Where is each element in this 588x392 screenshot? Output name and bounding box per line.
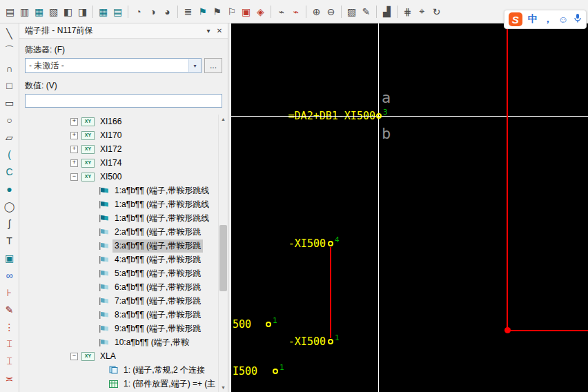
emoji-icon[interactable]: ☺	[558, 14, 568, 25]
chart-icon[interactable]: ▟	[380, 4, 394, 19]
clock-icon-1[interactable]: ◔	[131, 4, 146, 19]
expander-icon[interactable]: −	[70, 173, 78, 181]
schematic-canvas[interactable]: =DA2+DB1-XI500 a b -XI500 500 -XI500 I50…	[231, 23, 588, 392]
chinese-mode-icon[interactable]: 中	[528, 13, 538, 26]
device-navigator-icon[interactable]: ▦	[96, 4, 110, 19]
rotate-icon[interactable]: ↻	[429, 4, 444, 19]
remove-connection-point-icon[interactable]: ⊖	[324, 4, 338, 19]
freehand-icon[interactable]: ✎	[359, 4, 373, 19]
device-tag-label[interactable]: -XI500	[288, 237, 326, 250]
arc-3point-tool-icon[interactable]: ∩	[1, 59, 19, 77]
tree-item-xi166[interactable]: + XY XI166	[19, 115, 219, 128]
clock-icon-2[interactable]: ◑	[146, 4, 160, 19]
target-icon[interactable]: ⌖	[415, 4, 429, 19]
tree-item-terminal[interactable]: 6:a¶b¶¶ (端子,带鞍形跳	[19, 280, 219, 294]
page-navigator-icon[interactable]: ▦	[32, 4, 46, 19]
tree-item-terminal[interactable]: 5:a¶b¶¶ (端子,带鞍形跳	[19, 266, 219, 280]
macro-box-icon[interactable]: ◈	[253, 4, 268, 19]
terminal-node[interactable]	[273, 369, 278, 374]
layer-management-icon[interactable]: ▧	[46, 4, 61, 19]
tree-item-xla[interactable]: − XY XLA	[19, 349, 219, 363]
tree-item-terminal[interactable]: 1:a¶b¶¶ (端子,带鞍形跳线	[19, 184, 219, 197]
tree-item-terminal-selected[interactable]: 3:a¶b¶¶ (端子,带鞍形跳	[19, 239, 219, 253]
tree-item-xi174[interactable]: + XY XI174	[19, 156, 219, 170]
terminal-node[interactable]	[328, 241, 333, 246]
tree-item-terminal[interactable]: 2:a¶b¶¶ (端子,带鞍形跳	[19, 225, 219, 239]
wire-vertical-right[interactable]	[507, 23, 508, 331]
tree-item-terminal[interactable]: 7:a¶b¶¶ (端子,带鞍形跳	[19, 294, 219, 308]
pen-tool-icon[interactable]: ✎	[1, 301, 19, 318]
circle-tool-icon[interactable]: ○	[1, 111, 19, 128]
align-icon[interactable]: ⋕	[400, 4, 415, 19]
panel-close-button[interactable]: ✕	[214, 26, 225, 37]
text-tool-icon[interactable]: T	[1, 232, 19, 249]
expander-icon[interactable]: +	[70, 118, 78, 126]
tree-item-terminal[interactable]: 1:a¶b¶¶ (端子,带鞍形跳线	[19, 211, 219, 225]
new-page-icon[interactable]: ▤	[3, 4, 17, 19]
tree-item-xi170[interactable]: + XY XI170	[19, 128, 219, 142]
wire-vertical-left[interactable]	[330, 247, 331, 338]
scrollbar-thumb[interactable]	[219, 225, 227, 291]
tree-scrollbar[interactable]: ▲ ▼	[218, 115, 228, 392]
tree-item-part-placement[interactable]: 1: (部件放置,端子) =+ (主	[19, 377, 219, 391]
panel-menu-button[interactable]: ▾	[203, 26, 214, 37]
terminal-node[interactable]	[266, 322, 271, 327]
page-properties-icon[interactable]: ▥	[17, 4, 32, 19]
insert-terminal-icon[interactable]: ⚑	[195, 4, 210, 19]
chevron-down-icon[interactable]: ▾	[188, 59, 201, 72]
curve-tool-icon[interactable]: C	[1, 163, 19, 180]
scroll-up-icon[interactable]: ▲	[219, 115, 228, 124]
sector-tool-icon[interactable]: ●	[1, 180, 19, 197]
arc-segment-tool-icon[interactable]: (	[1, 146, 19, 163]
hatch-icon[interactable]: ▨	[344, 4, 359, 19]
filter-combobox[interactable]: - 未激活 - ▾	[25, 58, 202, 73]
clock-icon-3[interactable]: ◕	[160, 4, 175, 19]
tree-item-terminal[interactable]: 1:a¶b¶¶ (端子,带鞍形跳线	[19, 197, 219, 211]
ellipse-tool-icon[interactable]: ◯	[1, 197, 19, 215]
insert-connection-point-icon[interactable]: ⊕	[309, 4, 324, 19]
value-input[interactable]	[25, 94, 222, 108]
device-tag-label[interactable]: -XI500	[288, 335, 326, 348]
port-label-b[interactable]: b	[382, 126, 391, 142]
terminal-strip-tool-icon[interactable]: ⌶	[1, 335, 19, 353]
tree-item-xi500[interactable]: − XY XI500	[19, 170, 219, 184]
spline-tool-icon[interactable]: ʃ	[1, 215, 19, 232]
scroll-down-icon[interactable]: ▼	[219, 383, 228, 392]
expander-icon[interactable]: +	[70, 159, 78, 167]
terminal-navigator-icon[interactable]: ▤	[110, 4, 125, 19]
device-tag-label-clipped[interactable]: 500	[233, 318, 251, 331]
line-tool-icon[interactable]: ╲	[1, 25, 19, 42]
mic-icon[interactable]	[574, 13, 582, 26]
potential-icon[interactable]: ⌁	[288, 4, 303, 19]
terminal-tool-icon[interactable]: ⊦	[1, 284, 19, 301]
wire-horizontal-right[interactable]	[507, 330, 588, 331]
punctuation-icon[interactable]: ，	[543, 13, 553, 26]
hyperlink-tool-icon[interactable]: ∞	[1, 266, 19, 284]
rectangle-tool-icon[interactable]: □	[1, 77, 19, 94]
device-tag-label-clipped[interactable]: I500	[233, 365, 257, 378]
expander-icon[interactable]: −	[70, 353, 78, 360]
rectangle-2point-tool-icon[interactable]: ▭	[1, 94, 19, 111]
tree-item-terminal[interactable]: 8:a¶b¶¶ (端子,带鞍形跳	[19, 308, 219, 322]
insert-pin-icon[interactable]: ⚐	[224, 4, 239, 19]
tree-item-terminal[interactable]: 10:a¶b¶¶ (端子,带鞍	[19, 335, 219, 349]
expander-icon[interactable]: +	[70, 132, 78, 139]
sogou-logo-icon[interactable]: S	[509, 12, 522, 26]
tree-item-terminal-general[interactable]: 1: (端子,常规,2 个连接	[19, 363, 219, 377]
symbol-box-icon[interactable]: ▣	[239, 4, 253, 19]
expander-icon[interactable]: +	[70, 146, 78, 153]
port-label-a[interactable]: a	[382, 90, 391, 106]
panel-titlebar[interactable]: 端子排 - N117前保 ▾ ✕	[19, 23, 228, 39]
polygon-tool-icon[interactable]: ▱	[1, 128, 19, 146]
export-icon[interactable]: ◧	[61, 4, 75, 19]
image-tool-icon[interactable]: ▣	[1, 249, 19, 266]
tree-item-terminal[interactable]: 9:a¶b¶¶ (端子,带鞍形跳	[19, 322, 219, 335]
connection-icon[interactable]: ⌁	[274, 4, 288, 19]
insert-plug-icon[interactable]: ⚑	[210, 4, 224, 19]
terminal-node[interactable]	[328, 339, 333, 344]
wire-junction-dot[interactable]	[504, 327, 511, 333]
tree-item-terminal[interactable]: 4:a¶b¶¶ (端子,带鞍形跳	[19, 253, 219, 266]
connection-dots-tool-icon[interactable]: ⋮	[1, 318, 19, 335]
plug-tool-icon[interactable]: ⌶	[1, 353, 19, 370]
filter-browse-button[interactable]: ...	[204, 58, 222, 73]
